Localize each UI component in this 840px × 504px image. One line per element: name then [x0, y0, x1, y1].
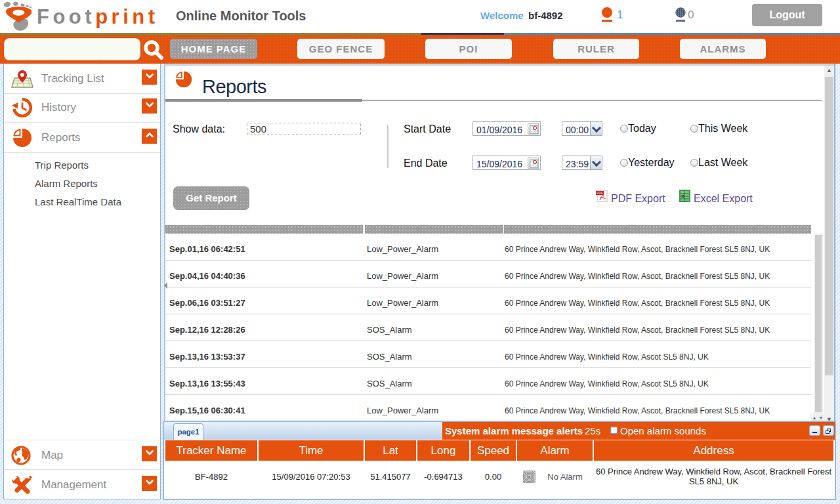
svg-text:PDF: PDF — [597, 191, 603, 195]
svg-text:X: X — [681, 194, 684, 199]
